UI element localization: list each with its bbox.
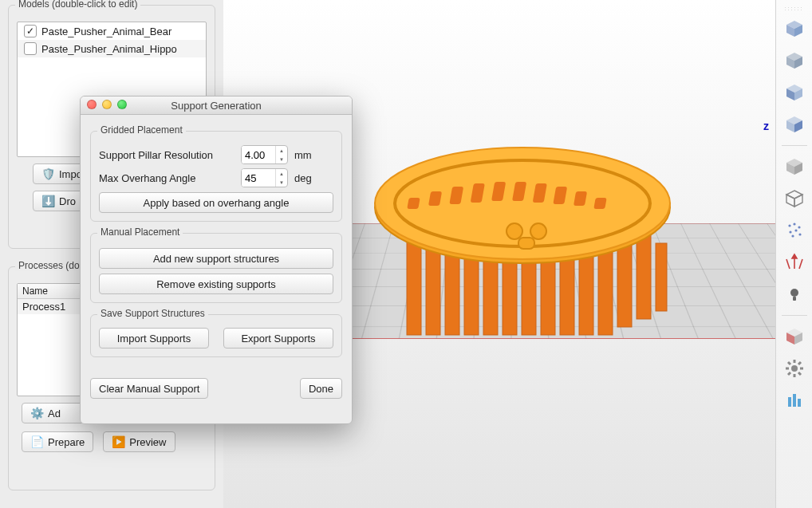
svg-rect-17: [407, 198, 420, 209]
overhang-angle-field[interactable]: [242, 169, 275, 187]
models-group-title: Models (double-click to edit): [15, 0, 140, 10]
remove-supports-button[interactable]: Remove existing supports: [99, 274, 333, 294]
button-label: Done: [309, 383, 333, 395]
svg-rect-74: [793, 394, 796, 407]
process-name: Process1: [22, 301, 65, 313]
overhang-angle-label: Max Overhang Angle: [99, 172, 235, 184]
apply-overhang-button[interactable]: Apply based on overhang angle: [99, 192, 333, 213]
pillar-resolution-input[interactable]: ▲▼: [241, 145, 288, 164]
spinner-buttons[interactable]: ▲▼: [275, 146, 287, 163]
svg-marker-47: [794, 195, 802, 207]
svg-point-49: [793, 222, 795, 225]
model-row[interactable]: Paste_Pusher_Animal_Hippo: [18, 40, 206, 57]
svg-rect-60: [793, 297, 796, 301]
svg-point-27: [507, 223, 522, 239]
svg-line-56: [786, 259, 790, 269]
svg-rect-13: [656, 243, 667, 311]
add-process-button[interactable]: ⚙️ Ad: [22, 403, 85, 423]
done-button[interactable]: Done: [300, 378, 342, 399]
unit-label: mm: [294, 149, 318, 161]
close-icon[interactable]: [87, 100, 97, 109]
svg-rect-73: [788, 397, 791, 407]
pillar-resolution-row: Support Pillar Resolution ▲▼ mm: [99, 145, 333, 164]
view-front-icon[interactable]: [780, 78, 809, 107]
supports-icon[interactable]: [780, 386, 809, 415]
toolbar-separator: [782, 145, 807, 146]
svg-point-28: [530, 223, 546, 239]
group-title: Gridded Placement: [97, 124, 186, 136]
model-render: [359, 120, 678, 359]
svg-rect-26: [593, 198, 606, 209]
svg-point-50: [798, 226, 800, 228]
zoom-icon[interactable]: [117, 100, 127, 109]
material-wire-icon[interactable]: [780, 184, 809, 213]
section-icon[interactable]: [780, 322, 809, 351]
spinner-buttons[interactable]: ▲▼: [275, 169, 287, 187]
model-checkbox[interactable]: ✓: [24, 25, 37, 37]
svg-line-72: [788, 372, 790, 375]
overhang-angle-row: Max Overhang Angle ▲▼ deg: [99, 168, 333, 187]
svg-rect-29: [518, 238, 534, 249]
button-label: Ad: [48, 408, 61, 419]
svg-rect-75: [798, 399, 801, 407]
svg-marker-46: [786, 195, 794, 207]
svg-point-48: [788, 224, 790, 226]
svg-point-52: [794, 229, 797, 231]
model-checkbox[interactable]: [24, 42, 37, 55]
button-label: Clear Manual Support: [99, 383, 199, 395]
svg-point-51: [789, 230, 791, 233]
svg-point-53: [798, 233, 801, 235]
normals-icon[interactable]: [780, 248, 809, 277]
manual-placement-group: Manual Placement Add new support structu…: [90, 233, 342, 303]
toolbar-drag-handle[interactable]: ::::::: [780, 5, 809, 11]
dialog-titlebar[interactable]: Support Generation: [81, 96, 352, 115]
button-label: Preview: [129, 436, 166, 448]
button-label: Prepare: [48, 436, 85, 448]
button-label: Dro: [59, 195, 76, 207]
prepare-icon: 📄: [30, 435, 43, 448]
svg-point-59: [790, 289, 798, 297]
model-name: Paste_Pusher_Animal_Hippo: [41, 43, 177, 55]
export-supports-button[interactable]: Export Supports: [223, 328, 333, 349]
drop-icon: ⬇️: [41, 195, 54, 207]
svg-line-69: [788, 362, 790, 364]
svg-rect-12: [637, 235, 651, 319]
axis-z-label: z: [763, 120, 769, 132]
svg-line-71: [798, 362, 801, 364]
support-generation-dialog: Support Generation Gridded Placement Sup…: [80, 96, 353, 424]
prepare-button[interactable]: 📄 Prepare: [22, 431, 93, 452]
view-bottom-icon[interactable]: [780, 46, 809, 75]
save-supports-group: Save Support Structures Import Supports …: [90, 314, 342, 357]
svg-point-54: [791, 234, 794, 237]
light-icon[interactable]: [780, 280, 809, 309]
svg-marker-58: [792, 254, 797, 258]
shield-plus-icon: 🛡️: [41, 167, 54, 180]
overhang-angle-input[interactable]: ▲▼: [241, 168, 288, 187]
group-title: Save Support Structures: [97, 308, 208, 319]
button-label: Export Supports: [241, 333, 315, 345]
dialog-body: Gridded Placement Support Pillar Resolut…: [81, 115, 352, 407]
view-top-icon[interactable]: [780, 14, 809, 43]
model-row[interactable]: ✓ Paste_Pusher_Animal_Bear: [18, 22, 206, 40]
unit-label: deg: [294, 172, 318, 184]
pillar-resolution-field[interactable]: [242, 146, 275, 163]
svg-line-70: [798, 372, 801, 375]
svg-marker-45: [786, 191, 802, 199]
points-icon[interactable]: [780, 216, 809, 245]
settings-icon[interactable]: [780, 354, 809, 383]
material-solid-icon[interactable]: [780, 152, 809, 181]
import-supports-button[interactable]: Import Supports: [99, 328, 209, 349]
minimize-icon[interactable]: [102, 100, 112, 109]
clear-manual-support-button[interactable]: Clear Manual Support: [90, 378, 208, 399]
model-name: Paste_Pusher_Animal_Bear: [41, 26, 171, 37]
toolbar-separator: [782, 315, 807, 316]
button-label: Impo: [59, 168, 82, 180]
svg-line-57: [799, 259, 802, 269]
view-side-icon[interactable]: [780, 110, 809, 139]
gridded-placement-group: Gridded Placement Support Pillar Resolut…: [90, 131, 342, 222]
add-supports-button[interactable]: Add new support structures: [99, 248, 333, 269]
model-svg: [359, 120, 678, 359]
preview-button[interactable]: ▶️ Preview: [103, 431, 175, 452]
button-label: Import Supports: [117, 333, 191, 345]
dialog-footer: Clear Manual Support Done: [90, 378, 342, 399]
